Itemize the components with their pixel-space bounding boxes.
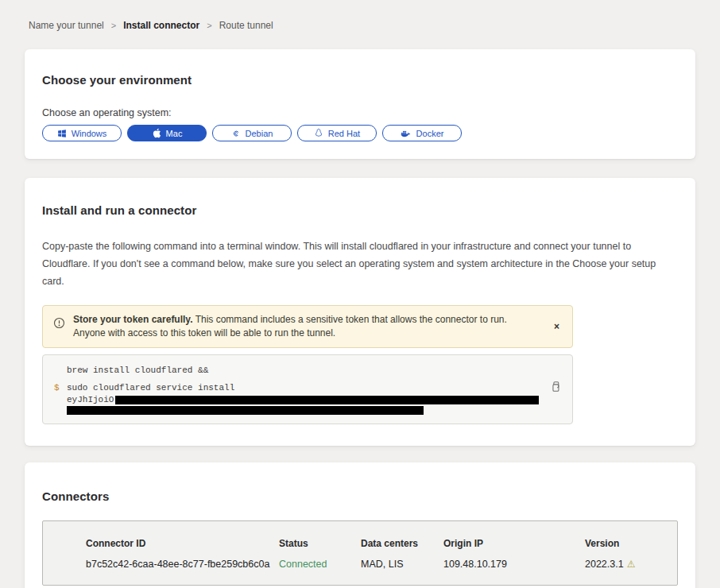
column-header-connector-id: Connector ID bbox=[86, 538, 279, 549]
code-line-sudo: $ sudo cloudflared service install bbox=[54, 382, 540, 394]
token-warning-banner: Store your token carefully. This command… bbox=[42, 305, 573, 348]
os-button-label: Docker bbox=[416, 129, 444, 138]
connector-id-value: b7c52c42-6caa-48ee-8c77-fbe259cb6c0a bbox=[86, 559, 279, 570]
os-button-label: Red Hat bbox=[328, 129, 360, 138]
connector-version-value: 2022.3.1 ⚠ bbox=[585, 559, 677, 570]
os-button-debian[interactable]: Debian bbox=[212, 125, 292, 141]
column-header-origin-ip: Origin IP bbox=[443, 538, 585, 549]
shell-prompt: $ bbox=[54, 382, 67, 394]
code-line-token: eyJhIjoiO bbox=[54, 394, 540, 406]
connector-origin-ip-value: 109.48.10.179 bbox=[443, 559, 585, 570]
connector-data-centers-value: MAD, LIS bbox=[361, 559, 443, 570]
connectors-card-title: Connectors bbox=[42, 489, 678, 503]
os-button-label: Debian bbox=[246, 129, 273, 138]
docker-whale-icon bbox=[401, 129, 412, 138]
install-card-title: Install and run a connector bbox=[42, 203, 678, 217]
connectors-table: Connector ID Status Data centers Origin … bbox=[42, 520, 678, 586]
column-header-version: Version bbox=[585, 538, 677, 549]
close-icon[interactable]: × bbox=[551, 319, 563, 335]
os-button-windows[interactable]: Windows bbox=[42, 125, 122, 141]
column-header-status: Status bbox=[279, 538, 361, 549]
os-button-mac[interactable]: Mac bbox=[127, 125, 207, 141]
breadcrumb-route-tunnel[interactable]: Route tunnel bbox=[219, 20, 273, 31]
install-command-codeblock: brew install cloudflared && $ sudo cloud… bbox=[42, 354, 573, 424]
install-card: Install and run a connector Copy-paste t… bbox=[25, 178, 695, 446]
info-circle-icon bbox=[53, 317, 65, 332]
os-button-label: Windows bbox=[72, 129, 107, 138]
environment-card-title: Choose your environment bbox=[42, 73, 678, 87]
breadcrumb: Name your tunnel > Install connector > R… bbox=[0, 0, 720, 31]
version-number: 2022.3.1 bbox=[585, 559, 624, 570]
connector-table-row: b7c52c42-6caa-48ee-8c77-fbe259cb6c0a Con… bbox=[86, 559, 677, 570]
os-button-redhat[interactable]: Red Hat bbox=[297, 125, 377, 141]
linux-penguin-icon bbox=[314, 128, 323, 138]
breadcrumb-name-your-tunnel[interactable]: Name your tunnel bbox=[29, 20, 104, 31]
os-select-label: Choose an operating system: bbox=[42, 107, 678, 118]
os-button-group: Windows Mac Debian Red Hat Docker bbox=[42, 125, 678, 141]
install-description: Copy-paste the following command into a … bbox=[42, 238, 678, 290]
code-line-sudo-text: sudo cloudflared service install bbox=[67, 382, 234, 394]
os-button-docker[interactable]: Docker bbox=[382, 125, 462, 141]
version-warning-icon: ⚠ bbox=[627, 559, 636, 570]
code-line-brew: brew install cloudflared && bbox=[54, 365, 540, 377]
connectors-table-header-row: Connector ID Status Data centers Origin … bbox=[86, 538, 677, 549]
apple-icon bbox=[152, 128, 161, 138]
redacted-token-bar bbox=[67, 406, 424, 415]
windows-icon bbox=[57, 129, 67, 138]
token-warning-text: Store your token carefully. This command… bbox=[73, 313, 538, 340]
column-header-data-centers: Data centers bbox=[361, 538, 443, 549]
breadcrumb-install-connector[interactable]: Install connector bbox=[123, 20, 199, 31]
redacted-token-bar bbox=[115, 396, 539, 404]
environment-card: Choose your environment Choose an operat… bbox=[25, 49, 695, 159]
copy-icon[interactable] bbox=[548, 379, 563, 397]
connectors-card: Connectors Connector ID Status Data cent… bbox=[25, 462, 695, 588]
breadcrumb-separator: > bbox=[207, 21, 211, 30]
token-prefix: eyJhIjoiO bbox=[67, 394, 114, 406]
os-button-label: Mac bbox=[166, 129, 183, 138]
token-warning-bold: Store your token carefully. bbox=[73, 314, 193, 325]
breadcrumb-separator: > bbox=[111, 21, 116, 30]
connector-status-badge: Connected bbox=[279, 559, 361, 570]
debian-icon bbox=[231, 129, 241, 138]
